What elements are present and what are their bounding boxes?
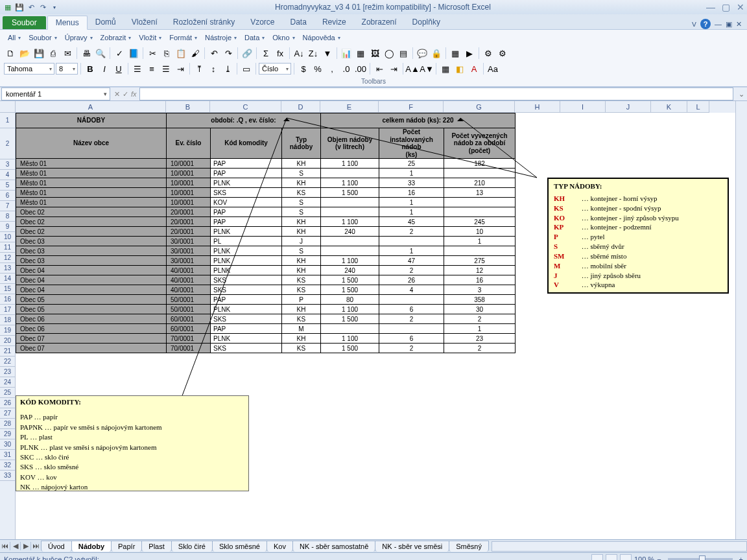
cell[interactable]: KH — [282, 256, 321, 266]
col-header-B[interactable]: B — [166, 101, 210, 113]
cell[interactable]: S — [282, 246, 321, 256]
cell[interactable]: Obec 03 — [16, 256, 167, 266]
cell[interactable] — [379, 295, 444, 305]
cell[interactable]: M — [282, 324, 321, 334]
table-icon[interactable]: ▤ — [397, 47, 410, 60]
cell[interactable]: 2 — [379, 344, 444, 353]
row-header[interactable]: 6 — [0, 191, 15, 201]
cell[interactable]: Obec 03 — [16, 237, 167, 246]
row-header[interactable]: 8 — [0, 211, 15, 222]
row-header[interactable]: 10 — [0, 232, 15, 242]
cell[interactable]: Obec 02 — [16, 207, 167, 217]
cell[interactable]: 20/0001 — [167, 227, 211, 237]
number-format-select[interactable]: Číslo — [259, 63, 291, 75]
cell[interactable]: 60/0001 — [167, 314, 211, 324]
cell[interactable]: PAP — [211, 324, 282, 334]
cell[interactable]: KOV — [211, 198, 282, 207]
sheet-tab[interactable]: Sklo směsné — [212, 541, 267, 552]
cell[interactable]: SKS — [211, 314, 282, 324]
percent-icon[interactable]: % — [311, 62, 324, 75]
cell[interactable] — [444, 246, 516, 256]
cell[interactable]: KS — [282, 285, 321, 295]
fill-color-icon[interactable]: ◧ — [453, 62, 466, 75]
bold-icon[interactable]: B — [84, 62, 97, 75]
tool1-icon[interactable]: ⚙ — [482, 47, 495, 60]
valign-mid-icon[interactable]: ↕ — [207, 62, 220, 75]
zoom-slider[interactable] — [668, 558, 733, 561]
v-scrollbar[interactable] — [735, 101, 747, 539]
research-icon[interactable]: 📘 — [127, 47, 140, 60]
zoom-in-icon[interactable]: + — [739, 555, 743, 561]
tab-nav-first-icon[interactable]: ⏮ — [0, 542, 10, 550]
ribbon-min-icon[interactable]: ᐯ — [692, 21, 696, 28]
preview-icon[interactable]: 🔍 — [94, 47, 107, 60]
ribbon-tab-zobrazení[interactable]: Zobrazení — [354, 16, 405, 29]
cell[interactable]: 45 — [379, 217, 444, 227]
row-header[interactable]: 33 — [0, 471, 15, 481]
merge-cells-icon[interactable]: ▭ — [240, 62, 253, 75]
row-header[interactable]: 5 — [0, 180, 15, 191]
cell[interactable]: PLNK — [211, 305, 282, 314]
cell[interactable]: 1 — [444, 324, 516, 334]
cell[interactable]: 210 — [444, 178, 516, 188]
wb-close-icon[interactable]: ✕ — [736, 20, 742, 29]
cell[interactable] — [321, 246, 379, 256]
cell[interactable]: KH — [282, 305, 321, 314]
cell[interactable]: 245 — [444, 217, 516, 227]
font-color-icon[interactable]: A — [468, 62, 480, 75]
cell[interactable]: 26 — [379, 275, 444, 285]
link-icon[interactable]: 🔗 — [241, 47, 254, 60]
row-header[interactable]: 16 — [0, 294, 15, 305]
row-header[interactable]: 14 — [0, 274, 15, 284]
cell[interactable]: 30/0001 — [167, 246, 211, 256]
sheet-tab[interactable]: NK - sběr ve směsi — [375, 541, 449, 552]
cell[interactable]: 1 100 — [321, 159, 379, 169]
cell[interactable]: 23 — [444, 334, 516, 344]
ribbon-tab-vložení[interactable]: Vložení — [124, 16, 165, 29]
wb-restore-icon[interactable]: ▣ — [726, 20, 732, 29]
cell[interactable]: KS — [282, 275, 321, 285]
picture-icon[interactable]: 🖼 — [368, 47, 381, 60]
align-left-icon[interactable]: ☰ — [131, 62, 144, 75]
cell[interactable] — [321, 207, 379, 217]
cell[interactable]: Město 01 — [16, 178, 167, 188]
comment-icon[interactable]: 💬 — [416, 47, 429, 60]
cell[interactable]: 47 — [379, 256, 444, 266]
cell[interactable]: 3 — [444, 285, 516, 295]
valign-top-icon[interactable]: ⤒ — [193, 62, 206, 75]
row-header[interactable]: 9 — [0, 222, 15, 232]
cell[interactable]: Město 01 — [16, 188, 167, 198]
fx-icon[interactable]: fx — [274, 47, 287, 60]
macros-icon[interactable]: ▶ — [463, 47, 476, 60]
cell[interactable]: 1 100 — [321, 178, 379, 188]
select-all-corner[interactable] — [0, 101, 15, 113]
cell[interactable]: PAP — [211, 295, 282, 305]
row-header[interactable]: 27 — [0, 408, 15, 419]
menu-vložit[interactable]: Vložit — [135, 32, 165, 43]
sheet-tab[interactable]: Sklo čiré — [171, 541, 213, 552]
menu-nápověda[interactable]: Nápověda — [299, 32, 344, 43]
cell[interactable]: 50/0001 — [167, 295, 211, 305]
italic-icon[interactable]: I — [98, 62, 111, 75]
row-header[interactable]: 20 — [0, 336, 15, 346]
copy-icon[interactable]: ⎘ — [160, 47, 173, 60]
col-header-C[interactable]: C — [210, 101, 281, 113]
menu-okno[interactable]: Okno — [268, 32, 298, 43]
cell[interactable]: 2 — [444, 314, 516, 324]
maximize-icon[interactable]: ▢ — [722, 2, 730, 12]
cell[interactable]: 70/0001 — [167, 344, 211, 353]
ribbon-tab-data[interactable]: Data — [283, 16, 314, 29]
sum-icon[interactable]: Σ — [259, 47, 272, 60]
dec-dec-icon[interactable]: .00 — [354, 62, 367, 75]
row-header[interactable]: 15 — [0, 284, 15, 294]
styles-icon[interactable]: Aa — [486, 62, 499, 75]
font-size-select[interactable]: 8 — [56, 63, 78, 75]
indent-inc-icon[interactable]: ⇥ — [387, 62, 400, 75]
cell[interactable]: Obec 05 — [16, 305, 167, 314]
row-header[interactable]: 1 — [0, 113, 15, 128]
close-icon[interactable]: ✕ — [737, 2, 744, 12]
paste-icon[interactable]: 📋 — [174, 47, 187, 60]
cell[interactable]: 50/0001 — [167, 305, 211, 314]
cell[interactable]: SKS — [211, 275, 282, 285]
cell[interactable]: KS — [282, 314, 321, 324]
